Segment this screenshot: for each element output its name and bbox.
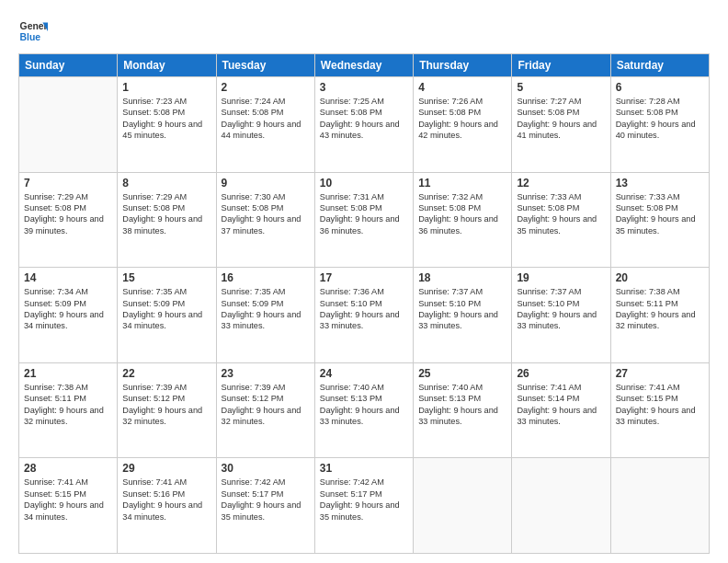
calendar-week-row: 28Sunrise: 7:41 AM Sunset: 5:15 PM Dayli… [19, 458, 710, 554]
day-info: Sunrise: 7:42 AM Sunset: 5:17 PM Dayligh… [222, 477, 310, 523]
day-info: Sunrise: 7:35 AM Sunset: 5:09 PM Dayligh… [122, 286, 210, 332]
day-number: 4 [418, 81, 506, 94]
header: General Blue [18, 17, 710, 46]
calendar-cell: 14Sunrise: 7:34 AM Sunset: 5:09 PM Dayli… [19, 268, 118, 363]
day-info: Sunrise: 7:23 AM Sunset: 5:08 PM Dayligh… [122, 96, 210, 142]
calendar-cell: 16Sunrise: 7:35 AM Sunset: 5:09 PM Dayli… [216, 268, 314, 363]
day-info: Sunrise: 7:39 AM Sunset: 5:12 PM Dayligh… [222, 382, 310, 428]
weekday-header-sunday: Sunday [19, 54, 118, 77]
calendar-week-row: 7Sunrise: 7:29 AM Sunset: 5:08 PM Daylig… [19, 172, 710, 268]
calendar-cell: 29Sunrise: 7:41 AM Sunset: 5:16 PM Dayli… [118, 458, 216, 554]
logo: General Blue [18, 17, 51, 46]
day-info: Sunrise: 7:28 AM Sunset: 5:08 PM Dayligh… [616, 96, 704, 142]
day-info: Sunrise: 7:34 AM Sunset: 5:09 PM Dayligh… [24, 286, 112, 332]
page: General Blue SundayMondayTuesdayWednesda… [0, 0, 728, 563]
day-number: 15 [122, 271, 210, 284]
calendar-cell: 25Sunrise: 7:40 AM Sunset: 5:13 PM Dayli… [414, 362, 512, 458]
day-number: 11 [418, 177, 506, 190]
calendar-cell: 19Sunrise: 7:37 AM Sunset: 5:10 PM Dayli… [512, 268, 610, 363]
day-number: 14 [24, 271, 112, 284]
weekday-header-tuesday: Tuesday [216, 54, 314, 77]
day-number: 3 [320, 81, 408, 94]
day-info: Sunrise: 7:42 AM Sunset: 5:17 PM Dayligh… [320, 477, 408, 523]
day-info: Sunrise: 7:32 AM Sunset: 5:08 PM Dayligh… [418, 191, 506, 237]
weekday-header-friday: Friday [512, 54, 610, 77]
calendar-cell: 31Sunrise: 7:42 AM Sunset: 5:17 PM Dayli… [314, 458, 413, 554]
day-info: Sunrise: 7:38 AM Sunset: 5:11 PM Dayligh… [24, 382, 112, 428]
day-info: Sunrise: 7:33 AM Sunset: 5:08 PM Dayligh… [616, 191, 704, 237]
day-info: Sunrise: 7:36 AM Sunset: 5:10 PM Dayligh… [320, 286, 408, 332]
calendar-cell: 30Sunrise: 7:42 AM Sunset: 5:17 PM Dayli… [216, 458, 314, 554]
calendar-cell: 26Sunrise: 7:41 AM Sunset: 5:14 PM Dayli… [512, 362, 610, 458]
day-number: 13 [616, 177, 704, 190]
day-number: 12 [517, 177, 605, 190]
day-number: 24 [320, 367, 408, 380]
day-number: 10 [320, 177, 408, 190]
weekday-header-row: SundayMondayTuesdayWednesdayThursdayFrid… [19, 54, 710, 77]
day-number: 7 [24, 177, 112, 190]
calendar-cell: 18Sunrise: 7:37 AM Sunset: 5:10 PM Dayli… [414, 268, 512, 363]
day-info: Sunrise: 7:29 AM Sunset: 5:08 PM Dayligh… [24, 191, 112, 237]
calendar-cell: 23Sunrise: 7:39 AM Sunset: 5:12 PM Dayli… [216, 362, 314, 458]
day-info: Sunrise: 7:40 AM Sunset: 5:13 PM Dayligh… [418, 382, 506, 428]
calendar-cell: 3Sunrise: 7:25 AM Sunset: 5:08 PM Daylig… [314, 77, 413, 173]
day-info: Sunrise: 7:37 AM Sunset: 5:10 PM Dayligh… [418, 286, 506, 332]
calendar-cell: 2Sunrise: 7:24 AM Sunset: 5:08 PM Daylig… [216, 77, 314, 173]
day-info: Sunrise: 7:41 AM Sunset: 5:15 PM Dayligh… [616, 382, 704, 428]
calendar-cell: 17Sunrise: 7:36 AM Sunset: 5:10 PM Dayli… [314, 268, 413, 363]
weekday-header-wednesday: Wednesday [314, 54, 413, 77]
calendar-cell: 1Sunrise: 7:23 AM Sunset: 5:08 PM Daylig… [118, 77, 216, 173]
day-number: 27 [616, 367, 704, 380]
day-info: Sunrise: 7:29 AM Sunset: 5:08 PM Dayligh… [122, 191, 210, 237]
day-info: Sunrise: 7:33 AM Sunset: 5:08 PM Dayligh… [517, 191, 605, 237]
day-number: 30 [222, 462, 310, 475]
day-number: 2 [222, 81, 310, 94]
calendar-week-row: 1Sunrise: 7:23 AM Sunset: 5:08 PM Daylig… [19, 77, 710, 173]
day-number: 17 [320, 271, 408, 284]
day-number: 28 [24, 462, 112, 475]
logo-icon: General Blue [18, 17, 48, 46]
calendar-cell: 28Sunrise: 7:41 AM Sunset: 5:15 PM Dayli… [19, 458, 118, 554]
day-number: 20 [616, 271, 704, 284]
calendar-cell [610, 458, 709, 554]
day-info: Sunrise: 7:26 AM Sunset: 5:08 PM Dayligh… [418, 96, 506, 142]
day-number: 23 [222, 367, 310, 380]
calendar-cell: 12Sunrise: 7:33 AM Sunset: 5:08 PM Dayli… [512, 172, 610, 268]
calendar-cell: 4Sunrise: 7:26 AM Sunset: 5:08 PM Daylig… [414, 77, 512, 173]
day-number: 6 [616, 81, 704, 94]
calendar-cell: 10Sunrise: 7:31 AM Sunset: 5:08 PM Dayli… [314, 172, 413, 268]
calendar-cell [19, 77, 118, 173]
calendar-cell [512, 458, 610, 554]
day-info: Sunrise: 7:35 AM Sunset: 5:09 PM Dayligh… [222, 286, 310, 332]
day-info: Sunrise: 7:30 AM Sunset: 5:08 PM Dayligh… [222, 191, 310, 237]
svg-text:Blue: Blue [20, 32, 41, 42]
weekday-header-thursday: Thursday [414, 54, 512, 77]
calendar-cell: 8Sunrise: 7:29 AM Sunset: 5:08 PM Daylig… [118, 172, 216, 268]
day-number: 1 [122, 81, 210, 94]
calendar-cell: 21Sunrise: 7:38 AM Sunset: 5:11 PM Dayli… [19, 362, 118, 458]
day-info: Sunrise: 7:41 AM Sunset: 5:16 PM Dayligh… [122, 477, 210, 523]
day-info: Sunrise: 7:25 AM Sunset: 5:08 PM Dayligh… [320, 96, 408, 142]
day-info: Sunrise: 7:24 AM Sunset: 5:08 PM Dayligh… [222, 96, 310, 142]
calendar-week-row: 21Sunrise: 7:38 AM Sunset: 5:11 PM Dayli… [19, 362, 710, 458]
calendar-cell: 5Sunrise: 7:27 AM Sunset: 5:08 PM Daylig… [512, 77, 610, 173]
calendar-cell: 15Sunrise: 7:35 AM Sunset: 5:09 PM Dayli… [118, 268, 216, 363]
calendar-cell: 22Sunrise: 7:39 AM Sunset: 5:12 PM Dayli… [118, 362, 216, 458]
calendar-cell [414, 458, 512, 554]
calendar-cell: 6Sunrise: 7:28 AM Sunset: 5:08 PM Daylig… [610, 77, 709, 173]
day-number: 16 [222, 271, 310, 284]
weekday-header-monday: Monday [118, 54, 216, 77]
day-number: 9 [222, 177, 310, 190]
day-number: 19 [517, 271, 605, 284]
calendar-cell: 24Sunrise: 7:40 AM Sunset: 5:13 PM Dayli… [314, 362, 413, 458]
day-info: Sunrise: 7:38 AM Sunset: 5:11 PM Dayligh… [616, 286, 704, 332]
day-info: Sunrise: 7:27 AM Sunset: 5:08 PM Dayligh… [517, 96, 605, 142]
day-info: Sunrise: 7:41 AM Sunset: 5:15 PM Dayligh… [24, 477, 112, 523]
calendar-cell: 7Sunrise: 7:29 AM Sunset: 5:08 PM Daylig… [19, 172, 118, 268]
day-number: 8 [122, 177, 210, 190]
day-info: Sunrise: 7:37 AM Sunset: 5:10 PM Dayligh… [517, 286, 605, 332]
calendar-cell: 13Sunrise: 7:33 AM Sunset: 5:08 PM Dayli… [610, 172, 709, 268]
calendar-cell: 11Sunrise: 7:32 AM Sunset: 5:08 PM Dayli… [414, 172, 512, 268]
day-number: 29 [122, 462, 210, 475]
calendar-cell: 20Sunrise: 7:38 AM Sunset: 5:11 PM Dayli… [610, 268, 709, 363]
